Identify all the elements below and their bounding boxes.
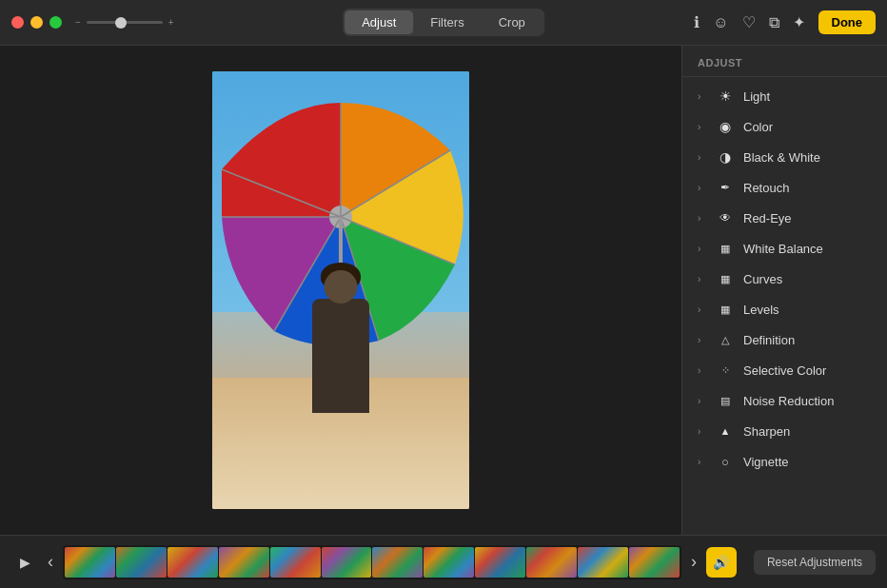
filmstrip-frame — [168, 547, 218, 578]
chevron-icon: › — [698, 213, 707, 224]
white-balance-icon: ▦ — [717, 240, 734, 257]
chevron-icon: › — [698, 91, 707, 102]
bottom-bar: ▶ ‹ › 🔊 Reset Adjustments — [0, 535, 887, 588]
adjust-header: ADJUST — [682, 46, 887, 77]
vignette-icon: ○ — [717, 453, 734, 470]
definition-icon: △ — [717, 331, 734, 348]
zoom-in-icon: + — [168, 17, 174, 28]
slider-thumb[interactable] — [115, 17, 127, 29]
adjust-item-noise-reduction[interactable]: › ▤ Noise Reduction — [682, 385, 887, 416]
red-eye-label: Red-Eye — [743, 211, 876, 225]
adjust-item-white-balance[interactable]: › ▦ White Balance — [682, 233, 887, 264]
volume-button[interactable]: 🔊 — [706, 547, 737, 578]
filmstrip-frame — [629, 547, 680, 578]
selective-color-label: Selective Color — [743, 363, 876, 378]
chevron-icon: › — [698, 365, 707, 376]
duplicate-icon[interactable]: ⧉ — [769, 14, 779, 31]
light-icon: ☀ — [717, 88, 734, 105]
main-content: ADJUST › ☀ Light › ◉ Color › ◑ Black & W… — [0, 46, 887, 535]
tab-filters[interactable]: Filters — [413, 10, 481, 34]
chevron-icon: › — [698, 244, 707, 254]
face-icon[interactable]: ☺ — [713, 14, 728, 31]
filmstrip-frame — [65, 547, 115, 578]
filmstrip-frame — [526, 547, 577, 578]
traffic-lights — [11, 16, 62, 29]
chevron-icon: › — [698, 304, 707, 315]
chevron-icon: › — [698, 274, 707, 284]
levels-label: Levels — [743, 303, 876, 317]
sharpen-icon: ▲ — [717, 422, 734, 440]
filmstrip — [63, 545, 681, 579]
chevron-icon: › — [698, 457, 707, 467]
filmstrip-frame — [219, 547, 269, 578]
filmstrip-frame — [372, 547, 423, 578]
light-label: Light — [743, 89, 876, 104]
black-white-label: Black & White — [743, 150, 876, 165]
tab-adjust[interactable]: Adjust — [345, 10, 413, 34]
filmstrip-frame — [475, 547, 525, 578]
retouch-icon: ✒ — [717, 179, 734, 196]
curves-icon: ▦ — [717, 270, 734, 287]
adjust-item-definition[interactable]: › △ Definition — [682, 324, 887, 355]
definition-label: Definition — [743, 333, 876, 347]
adjust-item-retouch[interactable]: › ✒ Retouch — [682, 172, 887, 203]
volume-icon: 🔊 — [713, 555, 729, 570]
heart-icon[interactable]: ♡ — [742, 13, 756, 31]
photo-display — [212, 71, 469, 509]
curves-label: Curves — [743, 272, 876, 286]
filmstrip-frame — [116, 547, 167, 578]
title-bar: − + Adjust Filters Crop ℹ ☺ ♡ ⧉ ✦ Done — [0, 0, 887, 46]
toolbar-right: ℹ ☺ ♡ ⧉ ✦ Done — [694, 10, 876, 34]
slider-track[interactable] — [87, 21, 163, 24]
chevron-icon: › — [698, 426, 707, 437]
noise-reduction-label: Noise Reduction — [743, 394, 876, 408]
adjust-item-selective-color[interactable]: › ⁘ Selective Color — [682, 355, 887, 385]
adjust-item-red-eye[interactable]: › 👁 Red-Eye — [682, 203, 887, 233]
info-icon[interactable]: ℹ — [694, 13, 700, 31]
selective-color-icon: ⁘ — [717, 362, 734, 379]
black-white-icon: ◑ — [717, 148, 734, 166]
sharpen-label: Sharpen — [743, 424, 876, 439]
adjust-item-color[interactable]: › ◉ Color — [682, 111, 887, 142]
color-label: Color — [743, 120, 876, 134]
photo-frame — [212, 71, 469, 509]
filmstrip-frame — [424, 547, 474, 578]
adjust-item-curves[interactable]: › ▦ Curves — [682, 264, 887, 294]
tab-crop[interactable]: Crop — [482, 10, 542, 34]
chevron-icon: › — [698, 183, 707, 193]
filmstrip-frame — [578, 547, 628, 578]
chevron-icon: › — [698, 152, 707, 163]
minimize-button[interactable] — [30, 16, 43, 29]
tab-group: Adjust Filters Crop — [343, 9, 544, 36]
close-button[interactable] — [11, 16, 24, 29]
adjust-item-black-white[interactable]: › ◑ Black & White — [682, 142, 887, 172]
levels-icon: ▦ — [717, 301, 734, 318]
person-body — [312, 299, 369, 413]
filmstrip-left-bracket[interactable]: ‹ — [48, 552, 53, 572]
retouch-label: Retouch — [743, 181, 876, 195]
adjust-item-light[interactable]: › ☀ Light — [682, 81, 887, 111]
magic-wand-icon[interactable]: ✦ — [793, 13, 805, 31]
done-button[interactable]: Done — [818, 10, 877, 34]
chevron-icon: › — [698, 396, 707, 406]
red-eye-icon: 👁 — [717, 209, 734, 226]
adjust-item-vignette[interactable]: › ○ Vignette — [682, 446, 887, 477]
maximize-button[interactable] — [49, 16, 62, 29]
zoom-out-icon: − — [75, 17, 81, 28]
chevron-icon: › — [698, 122, 707, 132]
chevron-icon: › — [698, 335, 707, 345]
adjust-item-levels[interactable]: › ▦ Levels — [682, 294, 887, 324]
photo-area — [0, 46, 681, 535]
filmstrip-frame — [270, 547, 321, 578]
vignette-label: Vignette — [743, 455, 876, 469]
adjust-panel: ADJUST › ☀ Light › ◉ Color › ◑ Black & W… — [681, 46, 887, 535]
noise-reduction-icon: ▤ — [717, 392, 734, 409]
adjust-item-sharpen[interactable]: › ▲ Sharpen — [682, 416, 887, 446]
reset-adjustments-button[interactable]: Reset Adjustments — [754, 550, 876, 575]
zoom-slider[interactable]: − + — [75, 17, 174, 28]
play-button[interactable]: ▶ — [11, 549, 38, 576]
adjust-list: › ☀ Light › ◉ Color › ◑ Black & White › … — [682, 77, 887, 480]
filmstrip-right-bracket[interactable]: › — [691, 552, 697, 572]
color-icon: ◉ — [717, 118, 734, 135]
filmstrip-frame — [322, 547, 372, 578]
